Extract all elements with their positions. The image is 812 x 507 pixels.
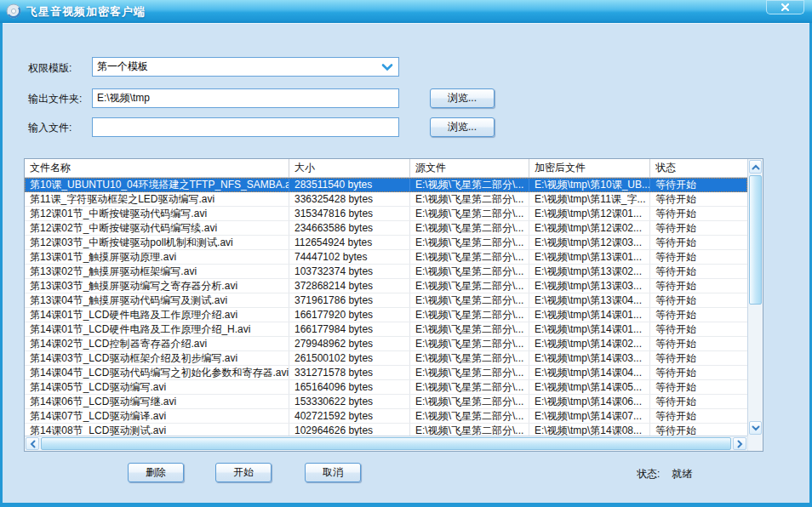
chevron-left-icon: [30, 440, 36, 448]
table-cell: E:\视频\tmp\第12课01...: [529, 207, 650, 220]
chevron-right-icon: [737, 440, 743, 448]
table-row[interactable]: 第12课03节_中断按键驱动poll机制和测试.avi112654924 byt…: [25, 236, 747, 250]
table-cell: E:\视频\飞星第二部分\...: [410, 322, 529, 336]
table-row[interactable]: 第14课08节_LCD驱动测试.avi102964626 bytesE:\视频\…: [25, 424, 747, 436]
table-cell: 第13课01节_触摸屏驱动原理.avi: [25, 250, 289, 264]
table-cell: E:\视频\飞星第二部分\...: [410, 178, 529, 191]
table-cell: E:\视频\飞星第二部分\...: [410, 380, 529, 394]
table-cell: E:\视频\tmp\第12课03...: [529, 236, 650, 249]
scroll-down-button[interactable]: [749, 421, 762, 435]
table-cell: 等待开始: [650, 380, 747, 394]
column-header[interactable]: 大小: [289, 159, 410, 177]
cancel-button[interactable]: 取消: [305, 463, 361, 482]
table-header: 文件名称大小源文件加密后文件状态: [25, 159, 747, 178]
table-cell: E:\视频\tmp\第13课04...: [529, 293, 650, 307]
table-cell: 第14课07节_LCD驱动编译.avi: [25, 409, 289, 423]
table-cell: E:\视频\tmp\第14课01...: [529, 322, 650, 336]
scroll-up-button[interactable]: [749, 160, 762, 174]
table-cell: E:\视频\飞星第二部分\...: [410, 395, 529, 408]
table-cell: 336325428 bytes: [289, 192, 410, 206]
close-button[interactable]: [766, 0, 804, 14]
table-cell: 等待开始: [650, 207, 747, 220]
template-label: 权限模版:: [28, 61, 71, 76]
template-select[interactable]: 第一个模板: [92, 57, 399, 77]
table-cell: 153330622 bytes: [289, 395, 410, 408]
table-cell: E:\视频\飞星第二部分\...: [410, 207, 529, 220]
table-cell: E:\视频\tmp\第14课05...: [529, 380, 650, 394]
table-cell: 第13课03节_触摸屏驱动编写之寄存器分析.avi: [25, 279, 289, 293]
table-row[interactable]: 第14课02节_LCD控制器寄存器介绍.avi279948962 bytesE:…: [25, 337, 747, 351]
table-cell: E:\视频\飞星第二部分\...: [410, 409, 529, 423]
table-cell: 112654924 bytes: [289, 236, 410, 249]
table-cell: E:\视频\tmp\第12课02...: [529, 221, 650, 235]
table-cell: 第12课03节_中断按键驱动poll机制和测试.avi: [25, 236, 289, 249]
table-cell: 331271578 bytes: [289, 366, 410, 379]
table-cell: 283511540 bytes: [289, 178, 410, 191]
delete-button[interactable]: 删除: [128, 463, 184, 482]
table-row[interactable]: 第13课02节_触摸屏驱动框架编写.avi103732374 bytesE:\视…: [25, 265, 747, 279]
table-row[interactable]: 第13课01节_触摸屏驱动原理.avi74447102 bytesE:\视频\飞…: [25, 250, 747, 265]
template-selected-value: 第一个模板: [97, 60, 381, 74]
table-cell: 第11课_字符驱动框架之LED驱动编写.avi: [25, 192, 289, 206]
table-cell: 第13课04节_触摸屏驱动代码编写及测试.avi: [25, 293, 289, 307]
column-header[interactable]: 文件名称: [25, 159, 289, 177]
chevron-up-icon: [752, 164, 760, 170]
table-row[interactable]: 第10课_UBUNTU10_04环境搭建之TFTP_NFS_SAMBA.avi2…: [25, 178, 747, 192]
column-header[interactable]: 状态: [650, 159, 747, 177]
table-cell: 等待开始: [650, 337, 747, 350]
table-cell: 等待开始: [650, 178, 747, 191]
table-cell: E:\视频\tmp\第13课02...: [529, 265, 650, 278]
status-label: 状态:: [637, 468, 660, 480]
vertical-scroll-thumb[interactable]: [749, 175, 762, 305]
table-cell: 等待开始: [650, 221, 747, 235]
table-cell: E:\视频\飞星第二部分\...: [410, 308, 529, 322]
table-row[interactable]: 第13课03节_触摸屏驱动编写之寄存器分析.avi372868214 bytes…: [25, 279, 747, 293]
table-cell: E:\视频\飞星第二部分\...: [410, 337, 529, 350]
table-cell: 166177920 bytes: [289, 308, 410, 322]
table-cell: 103732374 bytes: [289, 265, 410, 278]
table-row[interactable]: 第14课06节_LCD驱动编写继.avi153330622 bytesE:\视频…: [25, 395, 747, 409]
vertical-scrollbar[interactable]: [747, 159, 763, 436]
scroll-left-button[interactable]: [26, 437, 39, 450]
table-cell: 第12课01节_中断按键驱动代码编写.avi: [25, 207, 289, 220]
column-header[interactable]: 加密后文件: [529, 159, 650, 177]
table-cell: 第14课08节_LCD驱动测试.avi: [25, 424, 289, 436]
table-cell: 等待开始: [650, 279, 747, 293]
browse-input-button[interactable]: 浏览...: [430, 117, 495, 137]
table-cell: E:\视频\tmp\第11课_字...: [529, 192, 650, 206]
column-header[interactable]: 源文件: [410, 159, 529, 177]
table-cell: 等待开始: [650, 265, 747, 278]
table-cell: 第14课05节_LCD驱动编写.avi: [25, 380, 289, 394]
table-row[interactable]: 第14课03节_LCD驱动框架介绍及初步编写.avi261500102 byte…: [25, 351, 747, 366]
table-row[interactable]: 第11课_字符驱动框架之LED驱动编写.avi336325428 bytesE:…: [25, 192, 747, 207]
table-row[interactable]: 第14课01节_LCD硬件电路及工作原理介绍.avi166177920 byte…: [25, 308, 747, 322]
table-cell: 等待开始: [650, 250, 747, 264]
input-file-input[interactable]: [92, 117, 399, 137]
scroll-right-button[interactable]: [733, 437, 746, 450]
table-cell: 第14课01节_LCD硬件电路及工作原理介绍_H.avi: [25, 322, 289, 336]
table-cell: 234663586 bytes: [289, 221, 410, 235]
table-cell: 等待开始: [650, 424, 747, 436]
table-cell: E:\视频\tmp\第14课02...: [529, 337, 650, 350]
table-row[interactable]: 第12课02节_中断按键驱动代码编写续.avi234663586 bytesE:…: [25, 221, 747, 236]
table-cell: 等待开始: [650, 395, 747, 408]
table-cell: 等待开始: [650, 351, 747, 365]
table-cell: E:\视频\飞星第二部分\...: [410, 351, 529, 365]
table-body: 第10课_UBUNTU10_04环境搭建之TFTP_NFS_SAMBA.avi2…: [25, 178, 747, 436]
output-folder-input[interactable]: [92, 88, 399, 108]
table-row[interactable]: 第13课04节_触摸屏驱动代码编写及测试.avi371961786 bytesE…: [25, 293, 747, 308]
start-button[interactable]: 开始: [215, 463, 272, 482]
table-cell: 第14课02节_LCD控制器寄存器介绍.avi: [25, 337, 289, 350]
table-row[interactable]: 第12课01节_中断按键驱动代码编写.avi315347816 bytesE:\…: [25, 207, 747, 221]
horizontal-scroll-thumb[interactable]: [41, 437, 731, 450]
horizontal-scrollbar[interactable]: [25, 436, 747, 451]
table-row[interactable]: 第14课04节_LCD驱动代码编写之初始化参数和寄存器.avi331271578…: [25, 366, 747, 380]
table-row[interactable]: 第14课07节_LCD驱动编译.avi402721592 bytesE:\视频\…: [25, 409, 747, 424]
table-row[interactable]: 第14课01节_LCD硬件电路及工作原理介绍_H.avi166177984 by…: [25, 322, 747, 337]
table-cell: 402721592 bytes: [289, 409, 410, 423]
table-cell: 372868214 bytes: [289, 279, 410, 293]
chevron-down-icon: [752, 425, 760, 431]
browse-output-button[interactable]: 浏览...: [430, 88, 495, 108]
table-cell: 等待开始: [650, 366, 747, 379]
table-row[interactable]: 第14课05节_LCD驱动编写.avi165164096 bytesE:\视频\…: [25, 380, 747, 395]
